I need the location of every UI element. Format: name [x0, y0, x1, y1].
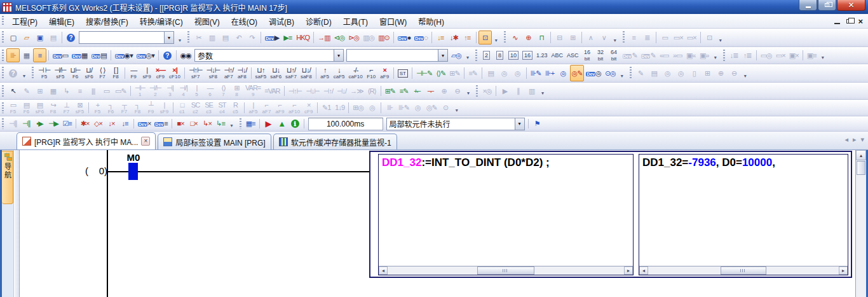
abc-icon[interactable]: ABC	[550, 48, 566, 62]
sfc-find-icon[interactable]: ◎	[365, 100, 379, 116]
watch-start-icon[interactable]: ↓≡	[434, 31, 447, 45]
docking-window-icon[interactable]: ≡	[33, 48, 46, 62]
help3-icon[interactable]: ?	[6, 65, 20, 81]
falling-pulse-button[interactable]: ⊣↓⊢sF8	[205, 65, 222, 81]
toolbar-overflow-button[interactable]: ▾	[228, 118, 235, 129]
step-exec1-icon[interactable]: ⊣∥	[6, 117, 20, 131]
edit2-find2-icon[interactable]: ◎	[674, 65, 688, 81]
sfc-a7-button[interactable]: ⌐aF7	[260, 100, 273, 116]
sfc-se-button[interactable]: SEc3	[202, 100, 215, 116]
exec-status-run-icon[interactable]: ▶	[262, 117, 275, 131]
toolbar-overflow-button[interactable]: ▾	[176, 31, 183, 45]
module-config-icon[interactable]: ▦	[20, 48, 33, 62]
device-edit2-icon[interactable]: Dev✎	[639, 48, 658, 62]
st-code-pane[interactable]: DD1_32:=INT_TO_DINT (D0*D2) ; ◂ ▸	[378, 154, 634, 275]
save-icon[interactable]: ▣	[33, 31, 46, 45]
contact-m0-energized[interactable]	[128, 163, 138, 180]
sym-varout-button[interactable]: =VAR	[262, 83, 281, 99]
dock-splitter[interactable]	[15, 150, 20, 297]
menu-item-online[interactable]: 在线(O)	[226, 14, 263, 28]
toolbar-overflow-button[interactable]: ▾	[611, 31, 618, 45]
st-code-hscrollbar[interactable]: ◂ ▸	[379, 266, 633, 275]
sym-rise-close-button[interactable]: ⊣↑/	[322, 83, 335, 99]
sfc-st-button[interactable]: STc4	[215, 100, 229, 116]
inline-st-button[interactable]: ST	[396, 65, 410, 81]
sfc-sort-icon[interactable]: 1↓9	[333, 100, 346, 116]
local-device-key-icon[interactable]: ⚑	[531, 117, 544, 131]
cut-icon[interactable]: ✂	[192, 31, 205, 45]
trace-graph-icon[interactable]: ∿	[508, 31, 522, 45]
sym-vline-button[interactable]: |5	[190, 83, 203, 99]
toolbar-grip[interactable]	[187, 31, 190, 44]
coil-button[interactable]: ⟨ ⟩F7	[96, 65, 109, 81]
trend2-icon[interactable]: ∨	[597, 31, 611, 45]
exec-status-warn-icon[interactable]: ▲	[275, 117, 288, 131]
menubar-grip[interactable]	[1, 16, 4, 25]
debug-option-icon[interactable]: ☑≡	[60, 117, 74, 131]
align2-icon[interactable]: |||	[86, 83, 100, 99]
sym-coil-button[interactable]: ⟨⟩7	[217, 83, 230, 99]
block-edit-icon[interactable]: ▦	[46, 83, 60, 99]
menu-item-tools[interactable]: 工具(T)	[337, 14, 374, 28]
watch-register-icon[interactable]: ↑≡	[461, 31, 474, 45]
layout-save-icon[interactable]: ▣≡	[805, 48, 818, 62]
toolbar-overflow-button[interactable]: ▾	[539, 85, 546, 98]
sfc-sc-button[interactable]: SCc2	[189, 100, 202, 116]
sym-fall-button[interactable]: ⊣↓⊢	[304, 83, 322, 99]
device-search-icon[interactable]: Dev◎▾	[135, 48, 156, 62]
sfc-trans5-button[interactable]: |sF9	[158, 100, 171, 116]
outline-list2-icon[interactable]: ≣	[641, 31, 654, 45]
bit16-icon[interactable]: 16bit	[581, 48, 594, 62]
device-write-icon[interactable]: Dev▶	[263, 31, 281, 45]
bit32-icon[interactable]: 32bit	[594, 48, 607, 62]
sfc-pause-icon[interactable]: ∥	[512, 83, 525, 99]
menu-item-edit[interactable]: 编辑(E)	[43, 14, 80, 28]
sfc-trans4-button[interactable]: ┴F9	[144, 100, 158, 116]
comment-edit-icon[interactable]: ▭✎	[113, 83, 128, 99]
menu-item-find-replace[interactable]: 搜索/替换(F)	[80, 14, 134, 28]
edit2-find1-icon[interactable]: ◎	[661, 65, 674, 81]
new-file-icon[interactable]: ▢	[6, 31, 20, 45]
edit2-zoomin-icon[interactable]: ⊕	[714, 65, 728, 81]
device-prev-icon[interactable]: «▭	[658, 48, 671, 62]
edit2-bar-icon[interactable]: ▯	[688, 65, 701, 81]
hscroll-thumb[interactable]	[477, 266, 534, 275]
menu-item-diagnostics[interactable]: 诊断(D)	[300, 14, 337, 28]
layout1-icon[interactable]: ⊡	[703, 31, 716, 45]
tab-device-buffer-monitor[interactable]: 软元件/缓冲存储器批量监视-1	[273, 134, 397, 149]
edit-coil-icon[interactable]: ⟨⟩✎	[434, 65, 447, 81]
navigation-dock-tab[interactable]: 导航	[2, 151, 13, 204]
find-device-icon[interactable]: ◎	[557, 65, 570, 81]
toolbar-grip[interactable]	[475, 85, 478, 97]
toolbar-grip[interactable]	[1, 67, 4, 79]
find-text-combo[interactable]: ▾	[346, 49, 448, 62]
sym-fb-button[interactable]: ⊞8	[230, 83, 243, 99]
find-down-icon[interactable]: ◎	[511, 65, 524, 81]
restore-button[interactable]	[818, 0, 836, 11]
sfc-tree1-icon[interactable]: ⊪	[383, 100, 397, 116]
hscroll-left-button[interactable]: ◂	[379, 266, 388, 275]
sfc-bars-icon[interactable]: ▥	[525, 83, 538, 99]
hscroll-right-button[interactable]: ▸	[624, 266, 633, 275]
watch-list3-icon[interactable]: ↳≡	[214, 117, 227, 131]
sfc-trans0-button[interactable]: +F5	[91, 100, 104, 116]
combo-dropdown-icon[interactable]: ▾	[334, 50, 343, 61]
toolbar-overflow-button[interactable]: ▾	[717, 31, 724, 45]
sfc-r-button[interactable]: Rc5	[229, 100, 242, 116]
window-close2-icon[interactable]: ▭×	[774, 48, 787, 62]
combo-dropdown-icon[interactable]: ▾	[438, 50, 447, 61]
screen-capture-icon[interactable]: ▭	[100, 83, 113, 99]
sfc-grid-find-icon[interactable]: ⊞◎	[351, 100, 365, 116]
sfc-find2-icon[interactable]: ◎	[411, 100, 424, 116]
write-mode-icon[interactable]: ✎	[20, 83, 33, 99]
help2-icon[interactable]: ?	[161, 48, 174, 62]
watch-window1-icon[interactable]: ⊟	[553, 31, 566, 45]
delete-line-button[interactable]: ×aF9	[378, 65, 391, 81]
hscroll-thumb[interactable]	[721, 266, 766, 275]
sfc-step-button[interactable]: ▭F5	[6, 100, 20, 116]
tab-scroll-left-button[interactable]: ◂	[843, 135, 850, 144]
menu-item-debug[interactable]: 调试(B)	[263, 14, 300, 28]
sym-rise-button[interactable]: ⊣↑⊢	[287, 83, 304, 99]
window-closeall2-icon[interactable]: ▣×	[787, 48, 801, 62]
toolbar-grip[interactable]	[1, 50, 4, 61]
